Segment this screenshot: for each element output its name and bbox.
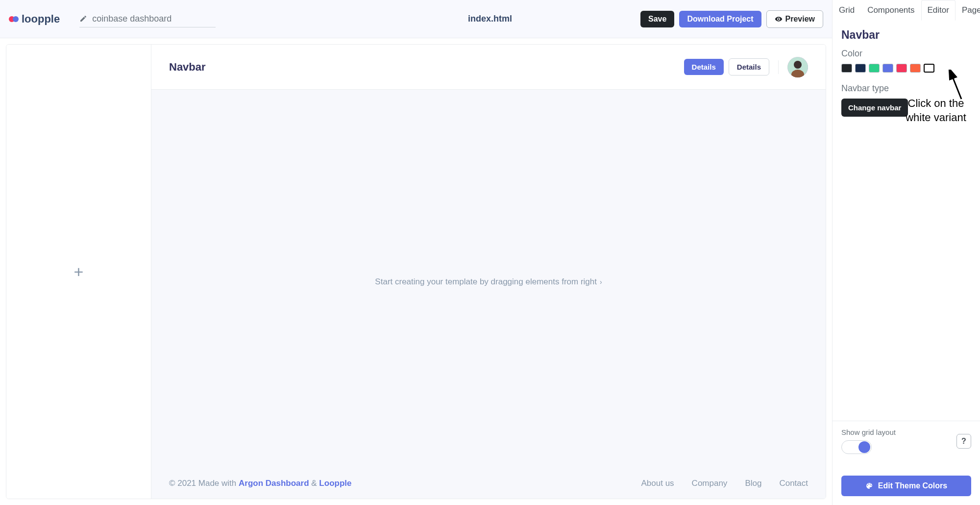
avatar[interactable] [787,57,808,77]
navbar-title: Navbar [169,61,206,74]
logo-text: loopple [22,13,60,25]
sidebar-placeholder[interactable]: + [6,45,151,499]
details-secondary-button[interactable]: Details [729,58,769,76]
right-tabs: Grid Components Editor Pages [833,0,980,21]
empty-drop-zone[interactable]: Start creating your template by dragging… [151,90,826,474]
canvas-wrap: + Navbar Details Details [0,38,832,505]
toggle-knob [858,441,870,453]
logo[interactable]: loopple [9,13,60,25]
footer-links: About us Company Blog Contact [641,479,808,488]
svg-line-3 [951,72,961,99]
save-button[interactable]: Save [640,11,674,27]
panel-section-title: Navbar [841,28,971,42]
color-swatch-orange[interactable] [910,64,921,73]
empty-message: Start creating your template by dragging… [375,277,597,287]
footer: © 2021 Made with Argon Dashboard & Loopp… [151,474,826,499]
grid-toggle[interactable] [841,440,872,454]
avatar-image [787,57,808,77]
svg-point-1 [794,61,802,69]
annotation-text: Click on the white variant [897,97,975,125]
eye-icon [775,15,783,23]
top-header: loopple coinbase dashboard index.html Sa… [0,0,832,38]
grid-toggle-label: Show grid layout [841,428,896,436]
tab-editor[interactable]: Editor [921,0,956,21]
edit-theme-colors-button[interactable]: Edit Theme Colors [841,476,971,496]
panel-bottom: Show grid layout ? Edit Theme Colors [833,421,980,505]
footer-company[interactable]: Company [692,479,728,488]
tab-pages[interactable]: Pages [956,0,980,21]
palette-icon [865,482,873,490]
project-name-text: coinbase dashboard [92,14,172,24]
color-swatch-dark[interactable] [841,64,852,73]
plus-icon: + [74,262,84,281]
tab-grid[interactable]: Grid [833,0,861,21]
footer-about[interactable]: About us [641,479,674,488]
project-name-input[interactable]: coinbase dashboard [79,11,216,27]
panel-body: Navbar Color Navbar type Change navbar C… [833,21,980,421]
color-swatch-blue[interactable] [882,64,893,73]
footer-contact[interactable]: Contact [779,479,808,488]
color-swatch-green[interactable] [869,64,880,73]
tab-components[interactable]: Components [861,0,921,21]
download-project-button[interactable]: Download Project [679,11,761,27]
loopple-link[interactable]: Loopple [319,479,351,488]
footer-copyright: © 2021 Made with Argon Dashboard & Loopp… [169,479,351,488]
color-swatch-white[interactable] [924,64,934,73]
file-name: index.html [468,14,512,24]
details-primary-button[interactable]: Details [684,59,724,75]
logo-icon [9,16,19,22]
content-area: Navbar Details Details [151,45,826,499]
navbar-row[interactable]: Navbar Details Details [151,45,826,90]
help-button[interactable]: ? [956,434,971,449]
canvas: + Navbar Details Details [6,44,826,499]
color-swatch-red[interactable] [896,64,907,73]
divider [778,60,779,74]
color-label: Color [841,49,971,59]
chevron-right-icon: › [600,278,602,286]
preview-button[interactable]: Preview [766,10,823,28]
argon-link[interactable]: Argon Dashboard [239,479,309,488]
color-swatch-navy[interactable] [855,64,866,73]
header-actions: Save Download Project Preview [640,10,823,28]
pencil-icon [79,15,87,23]
right-panel: Grid Components Editor Pages Navbar Colo… [832,0,980,505]
footer-blog[interactable]: Blog [745,479,761,488]
